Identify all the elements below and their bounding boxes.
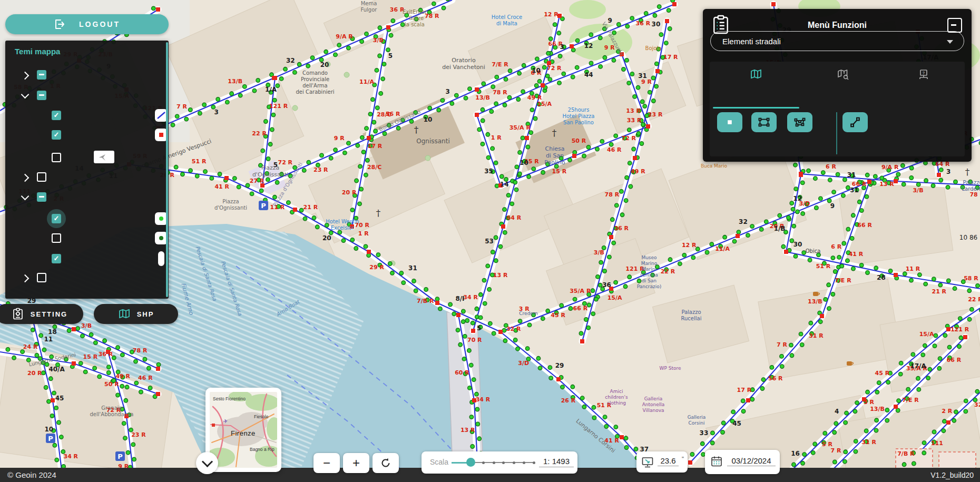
svg-text:?: ? (923, 71, 925, 75)
tree-item-mobilit-[interactable] (5, 270, 163, 286)
svg-text:13 R: 13 R (626, 107, 641, 114)
svg-text:31: 31 (408, 264, 417, 272)
scale-slider-thumb[interactable] (466, 458, 475, 467)
tree-item-riferimento[interactable] (5, 67, 163, 83)
svg-text:66 R: 66 R (947, 357, 962, 363)
logout-button[interactable]: LOGOUT (5, 14, 169, 34)
minimap[interactable]: ✈Sesto FiorentinoFiesoleFirenzeBagno a R… (210, 392, 277, 468)
date-input[interactable]: 03/12/2024 (727, 456, 776, 466)
setting-icon (12, 308, 24, 320)
checkbox-indet[interactable] (37, 91, 46, 100)
tab-azioni[interactable] (711, 69, 801, 85)
svg-text:27 R: 27 R (250, 178, 264, 184)
svg-text:49 R: 49 R (527, 94, 542, 101)
chevron-down-icon[interactable] (21, 192, 30, 201)
svg-text:17 R: 17 R (737, 387, 752, 394)
minimap-collapse-button[interactable] (196, 452, 218, 474)
select-polygon-tool[interactable] (787, 112, 812, 132)
select-rectangle-tool[interactable] (751, 112, 777, 132)
svg-text:11: 11 (44, 336, 53, 343)
chevron-down-icon[interactable] (21, 91, 30, 99)
svg-text:31 R: 31 R (809, 332, 824, 339)
svg-text:GalleriaAntonellaVillanova: GalleriaAntonellaVillanova (642, 396, 665, 413)
chevron-right-icon[interactable] (21, 174, 30, 182)
svg-text:6 R: 6 R (831, 243, 841, 250)
select-point-tool[interactable] (717, 112, 742, 132)
tree-item-giunzioni-stradali[interactable]: ✓ (5, 127, 163, 143)
checkbox-checked[interactable]: ✓ (52, 111, 61, 120)
checkbox-checked[interactable]: ✓ (52, 254, 61, 263)
tree-item-accessi-interni[interactable] (5, 231, 163, 247)
logout-icon (54, 18, 65, 30)
scale-slider-step[interactable] (482, 461, 485, 464)
shp-button[interactable]: SHP (94, 304, 178, 324)
svg-text:28: 28 (877, 274, 886, 281)
measure-line-tool[interactable] (842, 112, 868, 132)
svg-text:7 R: 7 R (777, 341, 787, 348)
svg-text:3: 3 (946, 168, 950, 175)
checkbox-checked[interactable]: ✓ (52, 214, 61, 223)
panel-scrollbar[interactable] (166, 42, 168, 297)
shp-map-icon (118, 309, 131, 319)
svg-text:13 R: 13 R (879, 181, 894, 188)
chevron-right-icon[interactable] (21, 274, 30, 283)
function-dropdown[interactable]: Elementi stradali (710, 31, 964, 51)
scale-slider-step[interactable] (523, 461, 525, 464)
svg-text:3/B: 3/B (594, 249, 604, 256)
svg-text:64 R: 64 R (507, 214, 522, 221)
svg-text:50 R: 50 R (104, 381, 119, 388)
svg-text:1 R: 1 R (358, 230, 369, 237)
svg-text:45 R: 45 R (551, 312, 565, 319)
zoom-in-button[interactable]: + (343, 453, 369, 473)
svg-text:72 R: 72 R (621, 135, 636, 142)
chevron-right-icon[interactable] (21, 72, 30, 80)
tree-item-elementi-stradali[interactable]: ✓ (5, 108, 163, 124)
scale-slider-step[interactable] (513, 461, 515, 464)
svg-text:33: 33 (700, 429, 709, 437)
svg-text:35/A R: 35/A R (570, 288, 591, 294)
tree-item-grafo-stradale[interactable] (5, 88, 163, 104)
tree-item-toponomastica[interactable] (5, 190, 163, 205)
screen-size-input[interactable]: 23.6 (658, 456, 679, 466)
minimize-icon[interactable] (947, 18, 962, 33)
svg-text:31: 31 (847, 171, 856, 179)
svg-text:46 R: 46 R (607, 146, 622, 153)
checkbox-unchecked[interactable] (37, 273, 46, 282)
scale-slider-step[interactable] (533, 461, 535, 464)
checkbox-unchecked[interactable] (52, 153, 61, 162)
svg-text:13/B: 13/B (808, 298, 822, 305)
svg-text:13/B: 13/B (870, 406, 885, 412)
svg-text:13 R: 13 R (493, 272, 508, 279)
scale-slider-step[interactable] (502, 461, 505, 464)
function-dropdown-value: Elementi stradali (722, 37, 781, 46)
svg-text:16: 16 (791, 450, 800, 457)
svg-text:36 R: 36 R (636, 20, 651, 27)
svg-text:Ognissanti: Ognissanti (416, 137, 450, 145)
scale-slider-step[interactable] (493, 461, 495, 464)
svg-text:15 R: 15 R (83, 353, 98, 360)
checkbox-unchecked[interactable] (52, 233, 61, 243)
checkbox-indet[interactable] (37, 192, 46, 202)
refresh-button[interactable] (373, 453, 399, 473)
svg-text:17 R: 17 R (368, 143, 383, 150)
svg-text:7/B R: 7/B R (897, 450, 915, 457)
svg-text:✈: ✈ (223, 418, 229, 425)
checkbox-checked[interactable]: ✓ (52, 130, 61, 140)
zoom-out-button[interactable]: − (313, 453, 340, 473)
svg-text:15/A: 15/A (537, 101, 552, 107)
checkbox-indet[interactable] (37, 70, 46, 80)
setting-button[interactable]: SETTING (0, 304, 83, 324)
tree-item-accessi-esterni[interactable]: ✓ (5, 211, 163, 227)
scale-value-input[interactable]: 1: 1493 (539, 457, 574, 467)
svg-text:9/A R: 9/A R (881, 164, 899, 171)
svg-text:35: 35 (484, 168, 493, 175)
tab-ricerca[interactable] (798, 69, 888, 86)
svg-text:121 R: 121 R (269, 103, 288, 110)
svg-text:15/A: 15/A (919, 331, 934, 338)
tab-diagnostica[interactable]: ? (879, 69, 968, 86)
tree-item-civici[interactable]: ✓ (5, 251, 163, 267)
tree-item-sensi-[interactable] (5, 150, 163, 166)
svg-text:58 R: 58 R (964, 275, 978, 282)
tree-item-cippi-estesa[interactable] (5, 170, 163, 185)
checkbox-unchecked[interactable] (37, 172, 46, 182)
